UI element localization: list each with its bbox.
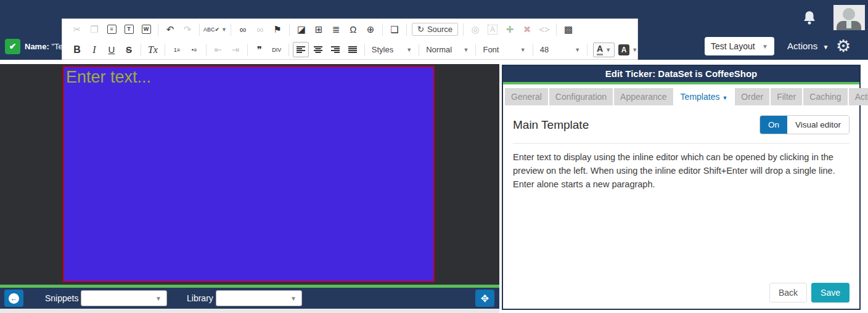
qr-code-icon: ▩ xyxy=(564,24,573,35)
paste-icon[interactable]: ≡ xyxy=(104,22,120,37)
chevron-down-icon: ▼ xyxy=(155,295,162,302)
redo-icon: ↷ xyxy=(184,24,192,35)
qr-code-icon[interactable]: ▩ xyxy=(560,22,576,37)
layout-jump-value: Test Layout xyxy=(711,41,755,51)
remove-format-icon[interactable]: Tx xyxy=(145,42,161,57)
font-name-dropdown[interactable]: Font▼ xyxy=(479,42,529,57)
tab-appearance[interactable]: Appearance xyxy=(614,88,673,105)
inline-code-icon: <> xyxy=(539,24,550,35)
horizontal-rule-icon: ≣ xyxy=(332,24,340,35)
remove-format-icon: Tx xyxy=(148,44,158,55)
remove-comment-icon: ✖ xyxy=(519,22,535,37)
visual-editor-button[interactable]: Visual editor xyxy=(787,116,849,134)
horizontal-rule-icon[interactable]: ≣ xyxy=(328,22,344,37)
tab-filter[interactable]: Filter xyxy=(771,88,802,105)
numbered-list-icon[interactable]: 1≡ xyxy=(169,42,185,57)
align-right-icon[interactable] xyxy=(327,42,343,57)
save-button[interactable]: Save xyxy=(811,283,850,303)
font-size-dropdown[interactable]: 48▼ xyxy=(536,42,584,57)
text-color-button[interactable]: A▼ xyxy=(593,43,615,57)
toolbar-separator xyxy=(165,44,165,56)
styles-dropdown-value: Styles xyxy=(372,45,393,54)
copy-icon: ❐ xyxy=(86,22,102,37)
unlink-icon: ∞ xyxy=(252,22,268,37)
image-icon: ◪ xyxy=(297,24,306,35)
tab-actions[interactable]: Actions xyxy=(849,88,868,105)
source-button[interactable]: ↻Source xyxy=(412,23,458,36)
divider xyxy=(513,143,850,144)
table-icon[interactable]: ⊞ xyxy=(311,22,327,37)
remove-comment-icon: ✖ xyxy=(523,24,531,35)
gear-icon[interactable]: ⚙ xyxy=(836,37,851,55)
ticker-widget-region[interactable]: Enter text... xyxy=(63,66,435,282)
bold-icon[interactable]: B xyxy=(69,42,85,57)
user-avatar[interactable] xyxy=(833,5,865,30)
toolbar-row-1: ✂❐≡TW↶↷ABC✔▼∞∞⚑◪⊞≣Ω⊕❑↻Source◎A✚✖<>▩ xyxy=(62,19,637,39)
toggle-on-button[interactable]: On xyxy=(760,116,787,134)
align-left-icon[interactable] xyxy=(293,42,309,57)
image-icon[interactable]: ◪ xyxy=(293,22,309,37)
chevron-down-icon: ▼ xyxy=(762,43,768,50)
tab-label: Templates xyxy=(681,92,720,102)
paste-plain-text-icon: T xyxy=(125,25,134,34)
undo-icon[interactable]: ↶ xyxy=(162,22,178,37)
styles-dropdown[interactable]: Styles▼ xyxy=(368,42,416,57)
toolbar-separator xyxy=(587,44,588,56)
move-region-button[interactable]: ✥ xyxy=(475,290,494,307)
paste-plain-text-icon[interactable]: T xyxy=(121,22,137,37)
find-icon: ◎ xyxy=(467,22,483,37)
cut-icon: ✂ xyxy=(69,22,85,37)
blockquote-icon: ❞ xyxy=(257,44,262,55)
notifications-bell-icon[interactable] xyxy=(801,10,817,26)
paragraph-format-dropdown[interactable]: Normal▼ xyxy=(422,42,472,57)
tab-caching[interactable]: Caching xyxy=(803,88,847,105)
panel-content: Main Template On Visual editor Enter tex… xyxy=(503,105,859,309)
anchor-flag-icon[interactable]: ⚑ xyxy=(269,22,285,37)
italic-icon[interactable]: I xyxy=(86,42,102,57)
tab-label: General xyxy=(511,92,542,102)
back-button[interactable]: Back xyxy=(769,283,807,303)
cut-icon: ✂ xyxy=(73,24,81,35)
background-color-button[interactable]: A▼ xyxy=(618,44,637,55)
toolbar-separator xyxy=(231,23,231,36)
show-blocks-icon[interactable]: ❑ xyxy=(387,22,403,37)
strikethrough-icon[interactable]: S xyxy=(121,42,137,57)
saved-check-icon[interactable]: ✔ xyxy=(5,39,20,54)
toolbar-separator xyxy=(463,23,464,36)
layout-designer: ✔ Name: "Test Test Layout ▼ Actions ▼ ⚙ … xyxy=(0,0,868,313)
back-arrow-button[interactable]: ← xyxy=(4,290,23,307)
strikethrough-icon: S xyxy=(126,44,132,55)
layout-jump-select[interactable]: Test Layout ▼ xyxy=(705,37,774,55)
chevron-down-icon: ▼ xyxy=(406,47,412,53)
align-center-icon[interactable] xyxy=(310,42,326,57)
tab-configuration[interactable]: Configuration xyxy=(549,88,613,105)
tab-order[interactable]: Order xyxy=(735,88,769,105)
font-size-dropdown-value: 48 xyxy=(540,45,549,54)
tab-templates[interactable]: Templates▼ xyxy=(674,88,734,105)
move-arrows-icon: ✥ xyxy=(481,293,489,304)
align-justify-icon[interactable] xyxy=(345,42,361,57)
toolbar-separator xyxy=(533,44,533,56)
blockquote-icon[interactable]: ❞ xyxy=(252,42,268,57)
toolbar-separator xyxy=(382,23,383,36)
chevron-down-icon: ▼ xyxy=(520,47,526,53)
toolbar-separator xyxy=(364,44,365,56)
div-container-icon[interactable]: DIV xyxy=(269,42,285,57)
link-icon[interactable]: ∞ xyxy=(235,22,251,37)
numbered-list-icon: 1≡ xyxy=(174,47,180,53)
layout-preview-stage[interactable]: Enter text... xyxy=(0,64,499,285)
paragraph-format-dropdown-value: Normal xyxy=(426,45,452,54)
outdent-icon: ⇤ xyxy=(215,44,223,55)
globe-icon[interactable]: ⊕ xyxy=(362,22,379,37)
arrow-left-icon: ← xyxy=(9,293,19,304)
toolbar-separator xyxy=(206,44,207,56)
underline-icon[interactable]: U xyxy=(104,42,120,57)
snippets-dropdown[interactable]: ▼ xyxy=(81,290,167,306)
tab-general[interactable]: General xyxy=(505,88,548,105)
library-dropdown[interactable]: ▼ xyxy=(216,290,302,306)
actions-menu[interactable]: Actions ▼ xyxy=(787,41,829,51)
spellcheck-icon[interactable]: ABC✔▼ xyxy=(203,22,227,37)
paste-from-word-icon[interactable]: W xyxy=(138,22,154,37)
special-character-icon[interactable]: Ω xyxy=(345,22,361,37)
bullet-list-icon[interactable]: •≡ xyxy=(186,42,202,57)
